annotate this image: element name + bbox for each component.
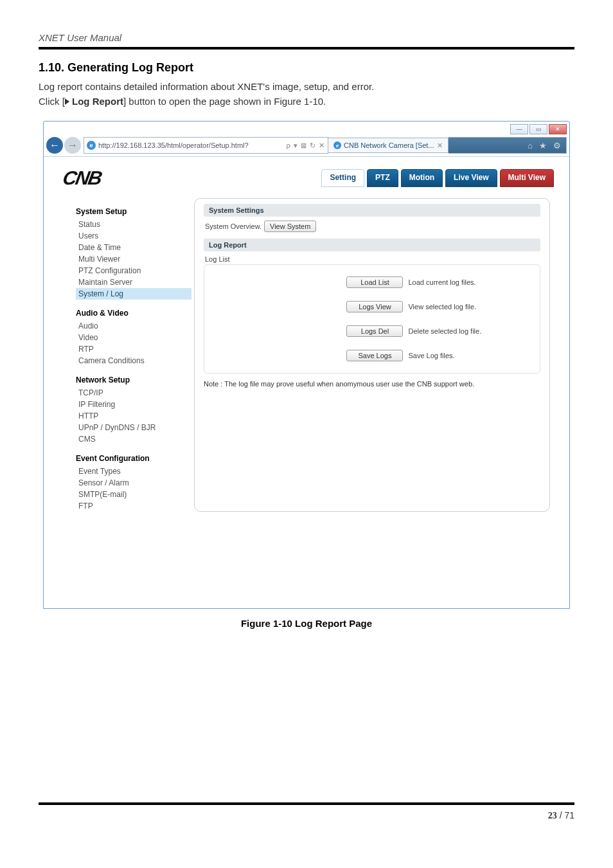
- para2: Click [ Log Report] button to open the p…: [39, 96, 574, 107]
- sidebar-item-video[interactable]: Video: [76, 332, 191, 343]
- tab-motion[interactable]: Motion: [401, 169, 443, 187]
- favorites-icon[interactable]: ★: [539, 141, 547, 150]
- url-text: http://192.168.123.35/html/operator/Setu…: [98, 141, 249, 149]
- system-overview-row: System Overview. View System: [204, 217, 540, 236]
- log-body: Load List Load current log files. Logs V…: [204, 264, 540, 374]
- window-minimize-button[interactable]: —: [510, 124, 528, 134]
- load-list-text: Load current log files.: [408, 278, 475, 286]
- browser-window: — ▭ ✕ ← → e http://192.168.123.35/html/o…: [43, 121, 570, 609]
- sidebar-item-maintain[interactable]: Maintain Server: [76, 276, 191, 288]
- app-body: CNB Setting PTZ Motion Live View Multi V…: [44, 156, 569, 608]
- logs-view-row: Logs View View selected log file.: [346, 301, 531, 312]
- log-area: Log Report Log List Load List Load curre…: [204, 239, 540, 388]
- gear-icon[interactable]: ⚙: [553, 141, 561, 150]
- sidebar-item-audio[interactable]: Audio: [76, 320, 191, 332]
- system-overview-label: System Overview.: [205, 222, 262, 230]
- figure-caption: Figure 1-10 Log Report Page: [39, 618, 574, 629]
- address-bar[interactable]: e http://192.168.123.35/html/operator/Se…: [84, 137, 328, 154]
- triangle-icon: [65, 98, 69, 105]
- app-columns: System Setup Status Users Date & Time Mu…: [51, 198, 562, 512]
- panel-log-report: Log Report: [204, 239, 540, 251]
- sidebar-item-datetime[interactable]: Date & Time: [76, 242, 191, 253]
- log-note: Note : The log file may prove useful whe…: [204, 380, 540, 388]
- doc-header: XNET User Manual: [39, 32, 574, 43]
- sidebar-item-ipfilter[interactable]: IP Filtering: [76, 399, 191, 410]
- save-logs-text: Save Log files.: [408, 352, 454, 359]
- para2-c: ] button to open the page shown in Figur…: [123, 96, 326, 107]
- window-controls: — ▭ ✕: [44, 122, 569, 136]
- sidebar-group-av: Audio & Video: [76, 309, 191, 318]
- para2-a: Click [: [39, 96, 65, 107]
- page-current: 23: [548, 811, 557, 820]
- tab-live-view[interactable]: Live View: [445, 169, 497, 187]
- section-heading: 1.10. Generating Log Report: [39, 61, 574, 75]
- home-icon[interactable]: ⌂: [528, 141, 533, 150]
- section-number: 1.10.: [39, 61, 64, 74]
- sidebar: System Setup Status Users Date & Time Mu…: [58, 198, 194, 512]
- tab-title: CNB Network Camera [Set...: [344, 141, 434, 149]
- tab-multi-view[interactable]: Multi View: [500, 169, 554, 187]
- tab-setting[interactable]: Setting: [321, 169, 364, 187]
- sidebar-item-systemlog[interactable]: System / Log: [76, 288, 191, 300]
- sidebar-item-multiviewer[interactable]: Multi Viewer: [76, 253, 191, 265]
- sidebar-group-network: Network Setup: [76, 375, 191, 384]
- tab-ptz[interactable]: PTZ: [367, 169, 398, 187]
- para1: Log report contains detailed information…: [39, 81, 574, 92]
- sidebar-item-cms[interactable]: CMS: [76, 433, 191, 445]
- logs-view-button[interactable]: Logs View: [346, 301, 403, 312]
- forward-button[interactable]: →: [64, 137, 81, 154]
- back-button[interactable]: ←: [46, 137, 63, 154]
- tab-close-icon[interactable]: ✕: [437, 141, 443, 150]
- address-row: ← → e http://192.168.123.35/html/operato…: [44, 136, 569, 156]
- save-logs-button[interactable]: Save Logs: [346, 350, 403, 361]
- window-close-button[interactable]: ✕: [549, 124, 567, 134]
- panel-system-settings: System Settings: [204, 204, 540, 217]
- save-logs-row: Save Logs Save Log files.: [346, 350, 531, 361]
- load-list-button[interactable]: Load List: [346, 276, 403, 288]
- screenshot: — ▭ ✕ ← → e http://192.168.123.35/html/o…: [43, 121, 570, 609]
- browser-tools: ⌂ ★ ⚙: [449, 137, 567, 154]
- sidebar-item-tcpip[interactable]: TCP/IP: [76, 387, 191, 399]
- logs-del-row: Logs Del Delete selected log file.: [346, 325, 531, 337]
- log-list-label: Log List: [204, 251, 540, 264]
- url-addons[interactable]: ρ ▾ ⊠ ↻ ✕: [287, 141, 325, 150]
- sidebar-item-rtp[interactable]: RTP: [76, 343, 191, 355]
- favicon-icon: e: [333, 141, 341, 149]
- page-number: 23 / 71: [39, 810, 574, 821]
- page-sep: /: [557, 810, 565, 820]
- window-maximize-button[interactable]: ▭: [529, 124, 547, 134]
- sidebar-item-ftp[interactable]: FTP: [76, 500, 191, 512]
- sidebar-item-ptzconfig[interactable]: PTZ Configuration: [76, 265, 191, 276]
- top-tabs: Setting PTZ Motion Live View Multi View: [321, 169, 554, 187]
- sidebar-item-camcond[interactable]: Camera Conditions: [76, 355, 191, 366]
- brand-logo: CNB: [61, 167, 103, 189]
- para2-bold: Log Report: [72, 96, 123, 107]
- view-system-button[interactable]: View System: [264, 221, 316, 232]
- section-title: Generating Log Report: [67, 61, 193, 74]
- sidebar-item-status[interactable]: Status: [76, 219, 191, 230]
- sidebar-item-http[interactable]: HTTP: [76, 410, 191, 422]
- app-topbar: CNB Setting PTZ Motion Live View Multi V…: [51, 163, 562, 198]
- sidebar-group-system: System Setup: [76, 207, 191, 216]
- logs-view-text: View selected log file.: [408, 303, 476, 311]
- logs-del-button[interactable]: Logs Del: [346, 325, 403, 337]
- sidebar-item-users[interactable]: Users: [76, 230, 191, 242]
- sidebar-item-eventtypes[interactable]: Event Types: [76, 466, 191, 477]
- sidebar-item-upnp[interactable]: UPnP / DynDNS / BJR: [76, 422, 191, 433]
- load-list-row: Load List Load current log files.: [346, 276, 531, 288]
- sidebar-group-event: Event Configuration: [76, 454, 191, 463]
- ie-icon: e: [87, 141, 96, 150]
- content-panel: System Settings System Overview. View Sy…: [194, 198, 550, 512]
- footer-rule: [39, 802, 574, 805]
- logs-del-text: Delete selected log file.: [408, 327, 481, 335]
- sidebar-item-sensor[interactable]: Sensor / Alarm: [76, 477, 191, 489]
- page-total: 71: [564, 810, 574, 820]
- sidebar-item-smtp[interactable]: SMTP(E-mail): [76, 489, 191, 500]
- top-rule: [39, 47, 574, 50]
- browser-tab[interactable]: e CNB Network Camera [Set... ✕: [328, 138, 449, 153]
